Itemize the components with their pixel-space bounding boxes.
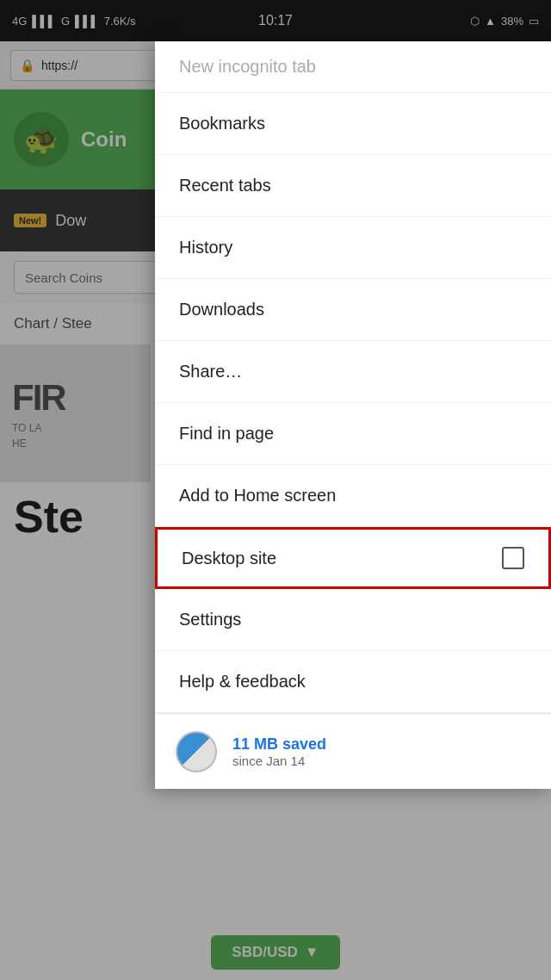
- menu-item-recent-tabs[interactable]: Recent tabs: [155, 155, 551, 217]
- save-since: since Jan 14: [232, 754, 326, 768]
- save-footer: 11 MB saved since Jan 14: [155, 713, 551, 789]
- menu-item-share[interactable]: Share…: [155, 341, 551, 403]
- menu-item-incognito[interactable]: New incognito tab: [155, 41, 551, 93]
- desktop-site-label: Desktop site: [182, 549, 276, 568]
- recent-tabs-label: Recent tabs: [179, 176, 271, 195]
- menu-item-bookmarks[interactable]: Bookmarks: [155, 93, 551, 155]
- menu-item-find-in-page[interactable]: Find in page: [155, 403, 551, 465]
- menu-item-downloads[interactable]: Downloads: [155, 279, 551, 341]
- save-amount: 11 MB saved: [232, 735, 326, 754]
- menu-item-add-to-home[interactable]: Add to Home screen: [155, 465, 551, 527]
- history-label: History: [179, 238, 232, 257]
- find-in-page-label: Find in page: [179, 424, 274, 443]
- menu-item-history[interactable]: History: [155, 217, 551, 279]
- save-text-wrap: 11 MB saved since Jan 14: [232, 735, 326, 768]
- data-saver-icon: [176, 731, 217, 772]
- menu-item-desktop-site[interactable]: Desktop site: [155, 527, 551, 589]
- desktop-site-row: Desktop site: [182, 547, 524, 569]
- help-feedback-label: Help & feedback: [179, 672, 306, 692]
- bookmarks-label: Bookmarks: [179, 114, 265, 133]
- share-label: Share…: [179, 362, 242, 381]
- menu-item-settings[interactable]: Settings: [155, 589, 551, 651]
- downloads-menu-label: Downloads: [179, 300, 264, 319]
- dropdown-menu: New incognito tab Bookmarks Recent tabs …: [155, 41, 551, 789]
- add-to-home-label: Add to Home screen: [179, 486, 336, 506]
- menu-item-help-feedback[interactable]: Help & feedback: [155, 651, 551, 713]
- desktop-site-checkbox[interactable]: [502, 547, 524, 569]
- incognito-label: New incognito tab: [179, 57, 316, 77]
- settings-label: Settings: [179, 610, 241, 630]
